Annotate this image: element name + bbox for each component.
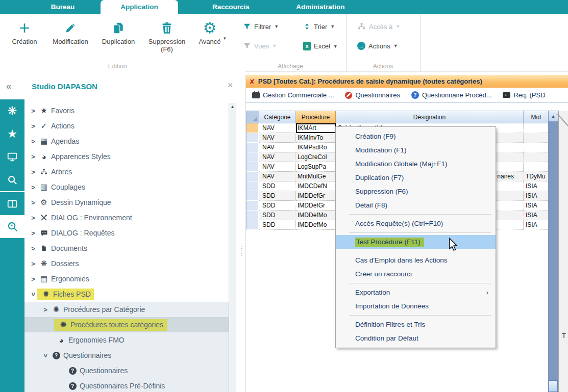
selected-cell[interactable]: IKMArt: [296, 123, 336, 133]
menu-item-detail[interactable]: Détail (F8): [336, 198, 496, 212]
tree-item-apparences-styles[interactable]: > ◕ Apparences Styles: [24, 149, 229, 164]
chevron-right-icon[interactable]: >: [42, 306, 49, 313]
sidebar-close-button[interactable]: ×: [228, 80, 233, 91]
menu-item-modification-globale[interactable]: Modification Globale (Maj+F1): [336, 157, 496, 171]
header-procedure[interactable]: Procédure: [296, 111, 336, 123]
psd-window-titlebar[interactable]: ✘ PSD [Toutes Cat.]: Procédures de saisi…: [246, 75, 568, 88]
menu-item-acces-requetes[interactable]: Accès Requête(s) (Ctrl+F10): [336, 217, 496, 230]
acces-a-button[interactable]: Accès à ▼: [357, 22, 400, 31]
suppression-button[interactable]: Suppression (F6): [142, 17, 192, 53]
menu-item-importation[interactable]: Importation de Données: [336, 299, 496, 313]
chevron-right-icon[interactable]: >: [30, 199, 37, 206]
avance-button[interactable]: ⚙ Avancé: [192, 17, 228, 53]
tree-item-agendas[interactable]: > ▦ Agendas: [24, 134, 229, 149]
menu-item-test-procedure[interactable]: Test Procédure (F11): [336, 235, 496, 249]
trier-dropdown-caret[interactable]: ▼: [330, 24, 335, 29]
rail-item-search[interactable]: [0, 168, 24, 191]
excel-dropdown-caret[interactable]: ▼: [333, 44, 338, 49]
rail-item-monitor[interactable]: [0, 145, 24, 168]
tree-item-dessin-dynamique[interactable]: > ⚙ Dessin Dynamique: [24, 195, 229, 210]
rail-item-wheel[interactable]: ❋: [0, 99, 24, 122]
chevron-right-icon[interactable]: >: [30, 275, 37, 283]
vues-button[interactable]: Vues ▼: [243, 42, 277, 50]
avance-dropdown-caret[interactable]: ▾: [224, 36, 226, 41]
header-categorie[interactable]: Catégorie: [259, 111, 296, 123]
menu-item-condition-defaut[interactable]: Condition par Défaut: [336, 331, 496, 345]
chevron-right-icon[interactable]: >: [30, 214, 37, 222]
tree-item-procedures-toutes-categories[interactable]: ✺ Procédures toutes catégories: [24, 317, 229, 332]
menu-item-modification[interactable]: Modification (F1): [336, 143, 496, 157]
chevron-right-icon[interactable]: >: [30, 138, 37, 145]
tree-item-dossiers[interactable]: > ❋ Dossiers: [24, 256, 229, 271]
tree-item-questionnaires-group[interactable]: > ? Questionnaires: [24, 348, 229, 363]
tree-item-arbres[interactable]: > Arbres: [24, 164, 229, 179]
menu-item-creer-raccourci[interactable]: Créer un raccourci: [336, 267, 496, 281]
row-indicator[interactable]: [246, 181, 259, 191]
tree-item-couplages[interactable]: > ▥ Couplages: [24, 179, 229, 195]
row-indicator[interactable]: [246, 152, 259, 162]
tree-item-dialog-environnement[interactable]: > DIALOG : Environnement: [24, 210, 229, 225]
menu-item-creation[interactable]: Création (F9): [336, 129, 496, 143]
tab-raccourcis[interactable]: Raccourcis: [194, 0, 268, 14]
tree-item-actions[interactable]: > ✓ Actions: [24, 118, 229, 134]
menu-item-cas-emploi[interactable]: Cas d'Emploi dans les Actions: [336, 253, 496, 267]
tree-item-ergonomies[interactable]: > ▤ Ergonomies: [24, 271, 229, 286]
row-indicator[interactable]: [246, 162, 259, 172]
tree-item-favoris[interactable]: > ★ Favoris: [24, 103, 229, 118]
rail-item-pin-search[interactable]: [0, 215, 24, 238]
tab-administration[interactable]: Administration: [275, 0, 366, 14]
creation-button[interactable]: Création: [3, 17, 46, 53]
trier-button[interactable]: Trier ▼: [303, 22, 335, 31]
gestion-commerciale-button[interactable]: Gestion Commerciale ...: [252, 91, 334, 99]
tree-item-fiches-psd[interactable]: > ✺ Fiches PSD: [24, 286, 229, 302]
scrollbar-thumb[interactable]: [549, 380, 558, 392]
header-designation[interactable]: Désignation: [336, 111, 524, 123]
questionnaires-button[interactable]: Questionnaires: [345, 91, 400, 99]
modification-button[interactable]: Modification: [46, 17, 95, 53]
menu-item-duplication[interactable]: Duplication (F7): [336, 171, 496, 185]
rail-item-columns[interactable]: [0, 191, 24, 215]
requete-psd-button[interactable]: >_ Req. (PSD: [503, 91, 545, 99]
header-mot[interactable]: Mot: [524, 111, 549, 123]
tree-item-ergonomies-fmo[interactable]: ◕ Ergonomies FMO: [24, 332, 229, 348]
tree-item-questionnaires-pre-definis[interactable]: ? Questionnaires Pré-Définis: [24, 378, 229, 392]
tab-application[interactable]: Application: [101, 0, 178, 14]
rail-item-favorites[interactable]: ★: [0, 122, 24, 145]
tab-bureau[interactable]: Bureau: [31, 0, 95, 14]
tree-scrollbar[interactable]: ▲: [229, 103, 236, 392]
scroll-up-arrow-icon[interactable]: ▲: [229, 103, 236, 111]
filtrer-button[interactable]: Filtrer ▼: [243, 22, 279, 31]
chevron-right-icon[interactable]: >: [30, 107, 37, 115]
row-indicator[interactable]: [246, 220, 259, 230]
grid-vertical-scrollbar[interactable]: ▲: [548, 111, 558, 392]
row-indicator[interactable]: [246, 201, 259, 211]
chevron-right-icon[interactable]: >: [30, 122, 37, 130]
menu-item-definition-filtres[interactable]: Définition Filtres et Tris: [336, 318, 496, 331]
filtrer-dropdown-caret[interactable]: ▼: [274, 24, 279, 29]
sidebar-splitter[interactable]: ⋮⋮⋮: [239, 245, 241, 291]
menu-item-suppression[interactable]: Suppression (F6): [336, 185, 496, 198]
actions-dropdown-caret[interactable]: ▼: [393, 43, 398, 48]
actions-button[interactable]: → Actions ▼: [357, 42, 398, 50]
excel-button[interactable]: x Excel ▼: [303, 42, 338, 50]
tree-item-documents[interactable]: > Documents: [24, 241, 229, 256]
chevron-right-icon[interactable]: >: [30, 260, 37, 268]
chevron-right-icon[interactable]: >: [30, 168, 37, 176]
tree-item-questionnaires[interactable]: ? Questionnaires: [24, 363, 229, 378]
questionnaire-procedure-button[interactable]: ? Questionnaire Procéd...: [411, 91, 492, 99]
chevron-down-icon[interactable]: >: [30, 291, 37, 298]
chevron-right-icon[interactable]: >: [30, 153, 37, 161]
tree-item-dialog-requetes[interactable]: > DIALOG : Requêtes: [24, 225, 229, 241]
tree-item-procedures-par-categorie[interactable]: > ✺ Procédures par Catégorie: [24, 302, 229, 317]
row-indicator[interactable]: [246, 123, 259, 133]
row-indicator[interactable]: [246, 211, 259, 220]
row-indicator[interactable]: [246, 172, 259, 181]
duplication-button[interactable]: Duplication: [95, 17, 142, 53]
row-indicator[interactable]: [246, 133, 259, 143]
chevron-right-icon[interactable]: >: [30, 245, 37, 252]
row-indicator[interactable]: [246, 143, 259, 152]
chevron-right-icon[interactable]: >: [30, 229, 37, 237]
select-all-corner[interactable]: [246, 111, 259, 123]
chevron-right-icon[interactable]: >: [30, 184, 37, 191]
scroll-up-arrow-icon[interactable]: ▲: [548, 111, 558, 122]
